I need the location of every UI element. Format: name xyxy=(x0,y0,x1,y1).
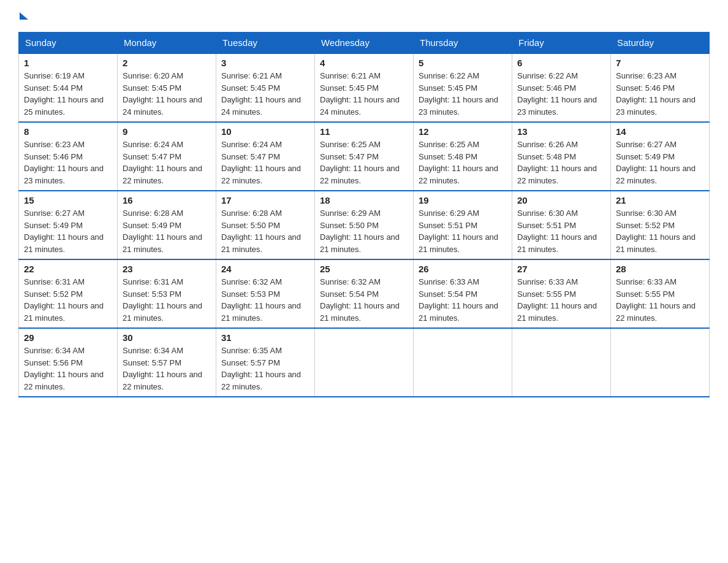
logo-icon xyxy=(18,12,28,20)
calendar-day-cell: 19 Sunrise: 6:29 AMSunset: 5:51 PMDaylig… xyxy=(414,191,512,259)
logo xyxy=(18,12,28,20)
day-number: 19 xyxy=(419,195,507,205)
day-number: 20 xyxy=(517,195,605,205)
day-number: 11 xyxy=(320,126,408,137)
day-number: 21 xyxy=(616,195,704,205)
calendar-day-header: Tuesday xyxy=(216,33,315,54)
calendar-week-row: 15 Sunrise: 6:27 AMSunset: 5:49 PMDaylig… xyxy=(19,191,710,259)
calendar-day-cell xyxy=(611,328,710,397)
calendar-week-row: 8 Sunrise: 6:23 AMSunset: 5:46 PMDayligh… xyxy=(19,122,710,191)
day-number: 15 xyxy=(24,195,112,205)
calendar-day-cell: 1 Sunrise: 6:19 AMSunset: 5:44 PMDayligh… xyxy=(19,53,118,122)
day-info: Sunrise: 6:35 AMSunset: 5:57 PMDaylight:… xyxy=(221,346,301,391)
day-number: 27 xyxy=(517,264,605,274)
calendar-day-cell: 21 Sunrise: 6:30 AMSunset: 5:52 PMDaylig… xyxy=(611,191,710,259)
calendar-day-cell: 31 Sunrise: 6:35 AMSunset: 5:57 PMDaylig… xyxy=(216,328,315,397)
calendar-day-cell: 17 Sunrise: 6:28 AMSunset: 5:50 PMDaylig… xyxy=(216,191,315,259)
day-number: 31 xyxy=(221,332,309,343)
calendar-day-header: Wednesday xyxy=(315,33,414,54)
calendar-day-cell: 20 Sunrise: 6:30 AMSunset: 5:51 PMDaylig… xyxy=(512,191,611,259)
calendar-day-cell: 30 Sunrise: 6:34 AMSunset: 5:57 PMDaylig… xyxy=(118,328,216,397)
calendar-day-cell: 8 Sunrise: 6:23 AMSunset: 5:46 PMDayligh… xyxy=(19,122,118,191)
day-number: 23 xyxy=(123,264,211,274)
calendar-day-cell: 15 Sunrise: 6:27 AMSunset: 5:49 PMDaylig… xyxy=(19,191,118,259)
calendar-week-row: 22 Sunrise: 6:31 AMSunset: 5:52 PMDaylig… xyxy=(19,259,710,328)
day-info: Sunrise: 6:27 AMSunset: 5:49 PMDaylight:… xyxy=(24,209,104,254)
day-number: 13 xyxy=(517,126,605,137)
day-number: 16 xyxy=(123,195,211,205)
day-number: 14 xyxy=(616,126,704,137)
day-info: Sunrise: 6:22 AMSunset: 5:46 PMDaylight:… xyxy=(517,71,597,117)
calendar-day-cell: 13 Sunrise: 6:26 AMSunset: 5:48 PMDaylig… xyxy=(512,122,611,191)
day-info: Sunrise: 6:20 AMSunset: 5:45 PMDaylight:… xyxy=(123,71,202,117)
calendar-day-cell: 23 Sunrise: 6:31 AMSunset: 5:53 PMDaylig… xyxy=(118,259,216,328)
calendar-day-cell: 11 Sunrise: 6:25 AMSunset: 5:47 PMDaylig… xyxy=(315,122,414,191)
calendar-day-cell: 9 Sunrise: 6:24 AMSunset: 5:47 PMDayligh… xyxy=(118,122,216,191)
day-info: Sunrise: 6:24 AMSunset: 5:47 PMDaylight:… xyxy=(123,140,202,185)
day-info: Sunrise: 6:28 AMSunset: 5:49 PMDaylight:… xyxy=(123,209,202,254)
day-number: 1 xyxy=(24,58,112,68)
day-info: Sunrise: 6:33 AMSunset: 5:54 PMDaylight:… xyxy=(419,277,498,323)
day-info: Sunrise: 6:28 AMSunset: 5:50 PMDaylight:… xyxy=(221,209,301,254)
day-number: 5 xyxy=(419,58,507,68)
day-info: Sunrise: 6:31 AMSunset: 5:52 PMDaylight:… xyxy=(24,277,104,323)
day-info: Sunrise: 6:21 AMSunset: 5:45 PMDaylight:… xyxy=(320,71,400,117)
calendar-week-row: 29 Sunrise: 6:34 AMSunset: 5:56 PMDaylig… xyxy=(19,328,710,397)
calendar-day-header: Sunday xyxy=(19,33,118,54)
day-number: 8 xyxy=(24,126,112,137)
day-number: 9 xyxy=(123,126,211,137)
day-number: 4 xyxy=(320,58,408,68)
day-info: Sunrise: 6:26 AMSunset: 5:48 PMDaylight:… xyxy=(517,140,597,185)
calendar-day-header: Thursday xyxy=(414,33,512,54)
day-number: 30 xyxy=(123,332,211,343)
calendar-table: SundayMondayTuesdayWednesdayThursdayFrid… xyxy=(18,32,710,397)
day-number: 28 xyxy=(616,264,704,274)
calendar-day-cell: 12 Sunrise: 6:25 AMSunset: 5:48 PMDaylig… xyxy=(414,122,512,191)
day-number: 26 xyxy=(419,264,507,274)
day-info: Sunrise: 6:33 AMSunset: 5:55 PMDaylight:… xyxy=(517,277,597,323)
calendar-day-cell: 4 Sunrise: 6:21 AMSunset: 5:45 PMDayligh… xyxy=(315,53,414,122)
day-info: Sunrise: 6:23 AMSunset: 5:46 PMDaylight:… xyxy=(24,140,104,185)
day-info: Sunrise: 6:29 AMSunset: 5:51 PMDaylight:… xyxy=(419,209,498,254)
day-info: Sunrise: 6:29 AMSunset: 5:50 PMDaylight:… xyxy=(320,209,400,254)
day-info: Sunrise: 6:34 AMSunset: 5:56 PMDaylight:… xyxy=(24,346,104,391)
day-number: 6 xyxy=(517,58,605,68)
day-info: Sunrise: 6:31 AMSunset: 5:53 PMDaylight:… xyxy=(123,277,202,323)
day-number: 18 xyxy=(320,195,408,205)
day-info: Sunrise: 6:30 AMSunset: 5:52 PMDaylight:… xyxy=(616,209,696,254)
calendar-day-cell: 3 Sunrise: 6:21 AMSunset: 5:45 PMDayligh… xyxy=(216,53,315,122)
day-number: 17 xyxy=(221,195,309,205)
calendar-day-cell xyxy=(414,328,512,397)
day-number: 25 xyxy=(320,264,408,274)
day-info: Sunrise: 6:30 AMSunset: 5:51 PMDaylight:… xyxy=(517,209,597,254)
calendar-week-row: 1 Sunrise: 6:19 AMSunset: 5:44 PMDayligh… xyxy=(19,53,710,122)
day-number: 2 xyxy=(123,58,211,68)
calendar-day-cell: 14 Sunrise: 6:27 AMSunset: 5:49 PMDaylig… xyxy=(611,122,710,191)
day-info: Sunrise: 6:33 AMSunset: 5:55 PMDaylight:… xyxy=(616,277,696,323)
calendar-day-cell xyxy=(315,328,414,397)
calendar-day-header: Friday xyxy=(512,33,611,54)
calendar-day-cell: 25 Sunrise: 6:32 AMSunset: 5:54 PMDaylig… xyxy=(315,259,414,328)
calendar-day-cell: 24 Sunrise: 6:32 AMSunset: 5:53 PMDaylig… xyxy=(216,259,315,328)
calendar-day-cell: 6 Sunrise: 6:22 AMSunset: 5:46 PMDayligh… xyxy=(512,53,611,122)
day-number: 12 xyxy=(419,126,507,137)
day-info: Sunrise: 6:25 AMSunset: 5:47 PMDaylight:… xyxy=(320,140,400,185)
day-number: 29 xyxy=(24,332,112,343)
calendar-day-cell: 2 Sunrise: 6:20 AMSunset: 5:45 PMDayligh… xyxy=(118,53,216,122)
calendar-day-cell: 16 Sunrise: 6:28 AMSunset: 5:49 PMDaylig… xyxy=(118,191,216,259)
calendar-day-cell: 26 Sunrise: 6:33 AMSunset: 5:54 PMDaylig… xyxy=(414,259,512,328)
day-info: Sunrise: 6:24 AMSunset: 5:47 PMDaylight:… xyxy=(221,140,301,185)
day-info: Sunrise: 6:25 AMSunset: 5:48 PMDaylight:… xyxy=(419,140,498,185)
calendar-day-cell: 27 Sunrise: 6:33 AMSunset: 5:55 PMDaylig… xyxy=(512,259,611,328)
calendar-day-cell: 7 Sunrise: 6:23 AMSunset: 5:46 PMDayligh… xyxy=(611,53,710,122)
day-number: 3 xyxy=(221,58,309,68)
day-number: 7 xyxy=(616,58,704,68)
day-info: Sunrise: 6:23 AMSunset: 5:46 PMDaylight:… xyxy=(616,71,696,117)
calendar-day-header: Saturday xyxy=(611,33,710,54)
day-info: Sunrise: 6:32 AMSunset: 5:54 PMDaylight:… xyxy=(320,277,400,323)
calendar-day-cell xyxy=(512,328,611,397)
calendar-day-cell: 10 Sunrise: 6:24 AMSunset: 5:47 PMDaylig… xyxy=(216,122,315,191)
page-header xyxy=(18,12,710,20)
day-number: 10 xyxy=(221,126,309,137)
day-info: Sunrise: 6:32 AMSunset: 5:53 PMDaylight:… xyxy=(221,277,301,323)
